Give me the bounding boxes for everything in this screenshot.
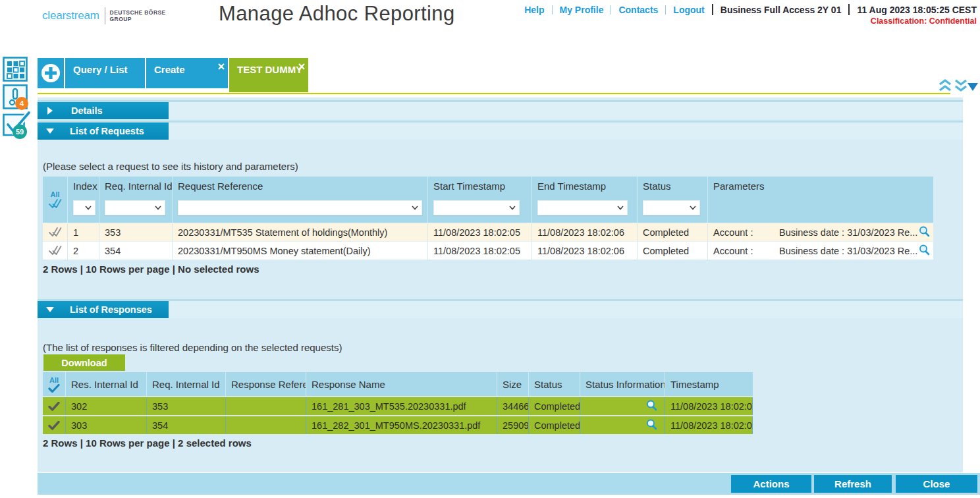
tab-create[interactable]: Create — [146, 58, 228, 88]
col-timestamp: Timestamp — [665, 372, 753, 396]
response-row[interactable]: 302 353 161_281_303_MT535.20230331.pdf 3… — [43, 396, 753, 415]
alerts-badge: 4 — [15, 97, 28, 110]
requests-row-count: 2 Rows | 10 Rows per page | No selected … — [43, 263, 259, 275]
status-cell: Completed — [529, 416, 580, 434]
select-all-header[interactable]: All — [43, 372, 66, 396]
req-internal-id-cell: 354 — [99, 242, 173, 260]
responses-table-header: All Res. Internal Id Req. Internal Id Re… — [43, 372, 753, 396]
col-req-internal-id: Req. Internal Id — [99, 177, 173, 223]
responses-hint: (The list of responses is filtered depen… — [43, 342, 342, 353]
logout-link[interactable]: Logout — [673, 5, 704, 15]
logo-divider — [105, 7, 105, 24]
link-divider — [611, 5, 611, 14]
close-button[interactable]: Close — [896, 475, 977, 493]
requests-table: All Index Req. Internal Id Request Refer… — [43, 177, 933, 260]
request-row[interactable]: 2 354 20230331/MT950MS Money statement(D… — [43, 241, 933, 260]
end-timestamp-filter-select[interactable] — [537, 200, 628, 215]
status-cell: Completed — [529, 397, 580, 415]
size-cell: 344664 — [497, 397, 529, 415]
download-button[interactable]: Download — [43, 354, 125, 371]
row-select-check[interactable] — [43, 223, 68, 241]
responses-section-header[interactable]: List of Responses — [38, 301, 169, 318]
tab-close-icon[interactable] — [218, 61, 225, 67]
tab-test-dummy[interactable]: TEST DUMMY — [229, 58, 308, 92]
test-dummy-panel: Details List of Requests (Please select … — [38, 97, 963, 472]
view-status-info-icon[interactable] — [646, 419, 657, 432]
requests-hint: (Please select a request to see its hist… — [43, 161, 298, 172]
parameters-cell: Account : Business date : 31/03/2023 Re.… — [708, 242, 933, 260]
collapse-all-icon[interactable] — [938, 78, 952, 95]
timestamp-cell: 11/08/2023 18:02:06 — [665, 397, 753, 415]
col-response-reference: Response Reference — [226, 372, 306, 396]
header-timestamp: 11 Aug 2023 18:05:25 CEST — [857, 5, 977, 15]
tab-close-icon[interactable] — [298, 61, 305, 67]
size-cell: 25909 — [497, 416, 529, 434]
col-status: Status — [638, 177, 708, 223]
response-name-cell: 161_281_303_MT535.20230331.pdf — [306, 397, 497, 415]
header: clearstream DEUTSCHE BÖRSE GROUP Manage … — [0, 0, 980, 41]
start-timestamp-filter-select[interactable] — [433, 200, 520, 215]
row-select-check[interactable] — [43, 242, 68, 260]
status-information-cell — [580, 416, 665, 434]
end-timestamp-cell: 11/08/2023 18:02:06 — [532, 242, 638, 260]
tasks-badge: 59 — [13, 124, 27, 139]
new-tab-button[interactable] — [38, 58, 64, 88]
res-internal-id-cell: 302 — [66, 397, 147, 415]
index-filter-select[interactable] — [73, 200, 95, 215]
requests-section-header[interactable]: List of Requests — [38, 123, 169, 140]
link-divider — [552, 5, 553, 14]
select-all-header[interactable]: All — [43, 177, 68, 223]
request-reference-filter-select[interactable] — [178, 200, 422, 215]
check-icon — [48, 402, 60, 411]
footer-bar: Actions Refresh Close — [38, 473, 980, 495]
responses-section-row: List of Responses — [38, 299, 963, 318]
status-filter-select[interactable] — [643, 200, 700, 215]
classification-label: Classification: Confidential — [871, 16, 977, 26]
plus-icon — [41, 63, 61, 83]
col-response-name: Response Name — [306, 372, 497, 396]
contacts-link[interactable]: Contacts — [618, 5, 658, 15]
view-parameters-icon[interactable] — [919, 226, 930, 239]
refresh-button[interactable]: Refresh — [814, 475, 892, 493]
clearstream-logo: clearstream DEUTSCHE BÖRSE GROUP — [42, 7, 166, 24]
responses-row-count: 2 Rows | 10 Rows per page | 2 selected r… — [43, 437, 252, 449]
req-internal-id-cell: 354 — [147, 416, 226, 434]
brand-wordmark: clearstream — [42, 9, 99, 22]
col-status: Status — [529, 372, 580, 396]
chevron-right-icon — [47, 107, 53, 115]
row-selected-check[interactable] — [43, 416, 66, 434]
user-access-label: Business Full Access 2Y 01 — [721, 5, 842, 15]
response-name-cell: 161_282_301_MT950MS.20230331.pdf — [306, 416, 497, 434]
req-internal-id-cell: 353 — [99, 223, 173, 241]
col-size: Size — [497, 372, 529, 396]
view-status-info-icon[interactable] — [646, 400, 657, 413]
response-row[interactable]: 303 354 161_282_301_MT950MS.20230331.pdf… — [43, 415, 753, 434]
status-information-cell — [580, 397, 665, 415]
row-selected-check[interactable] — [43, 397, 66, 415]
req-internal-id-cell: 353 — [147, 397, 226, 415]
app-grid-icon[interactable] — [3, 57, 28, 82]
details-section-header[interactable]: Details — [38, 102, 169, 119]
index-cell: 2 — [68, 242, 99, 260]
responses-table: All Res. Internal Id Req. Internal Id Re… — [43, 372, 753, 434]
chevron-down-icon — [46, 307, 54, 312]
details-section-row: Details — [38, 100, 963, 119]
start-timestamp-cell: 11/08/2023 18:02:05 — [428, 223, 532, 241]
panel-toggle-icon[interactable] — [967, 83, 978, 91]
actions-button[interactable]: Actions — [731, 475, 811, 493]
double-check-icon — [47, 227, 63, 238]
tab-query-list[interactable]: Query / List — [65, 58, 145, 88]
response-reference-cell — [226, 416, 306, 434]
group-wordmark: DEUTSCHE BÖRSE GROUP — [110, 9, 166, 22]
my-profile-link[interactable]: My Profile — [560, 5, 604, 15]
timestamp-cell: 11/08/2023 18:02:06 — [665, 416, 753, 434]
help-link[interactable]: Help — [524, 5, 544, 15]
req-internal-id-filter-select[interactable] — [105, 200, 165, 215]
request-reference-cell: 20230331/MT535 Statement of holdings(Mon… — [173, 223, 428, 241]
index-cell: 1 — [68, 223, 99, 241]
view-parameters-icon[interactable] — [919, 244, 930, 258]
link-divider — [665, 5, 666, 14]
expand-all-icon[interactable] — [954, 78, 968, 95]
request-row[interactable]: 1 353 20230331/MT535 Statement of holdin… — [43, 223, 933, 241]
chevron-down-icon — [46, 128, 54, 134]
